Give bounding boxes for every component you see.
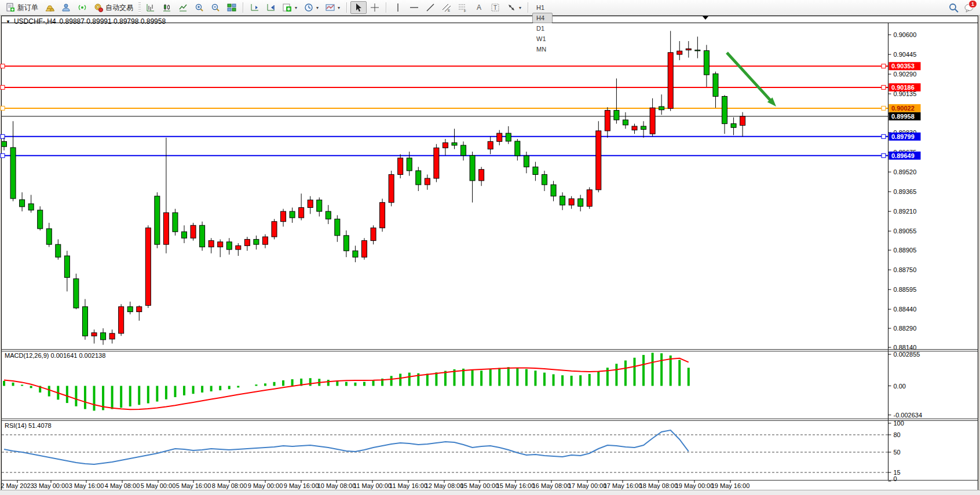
template-button[interactable]: ▾ <box>322 1 343 14</box>
svg-text:0.90186: 0.90186 <box>891 84 915 91</box>
chart-title[interactable]: ▼ USDCHF-,H4 0.89887 0.89991 0.89798 0.8… <box>6 17 166 25</box>
auto-trading-button[interactable]: 自动交易 <box>90 1 137 14</box>
candle-body <box>317 200 322 211</box>
horizontal-line-tool[interactable] <box>406 1 422 14</box>
add-indicator-icon <box>283 3 292 12</box>
price-tick-label: 0.89210 <box>894 208 917 215</box>
candle-body <box>677 51 682 54</box>
price-tick-label: 0.88440 <box>894 306 917 313</box>
time-tick-label: 9 May 00:00 <box>248 482 283 489</box>
timeframe-button-W1[interactable]: W1 <box>532 34 553 44</box>
time-tick-label: 19 May 16:00 <box>711 482 750 489</box>
svg-text:0.90022: 0.90022 <box>891 105 915 112</box>
auto-trading-icon <box>94 3 103 12</box>
candle-body <box>605 111 610 131</box>
zoom-out-button[interactable] <box>207 1 224 14</box>
line-handle <box>1 106 5 110</box>
add-indicator-button[interactable]: ▾ <box>279 1 301 14</box>
candle-body <box>137 307 142 312</box>
collapse-triangle-icon[interactable]: ▼ <box>6 19 10 24</box>
line-handle <box>1 153 5 157</box>
line-chart-button[interactable] <box>175 1 191 14</box>
candle-body <box>335 219 340 236</box>
candle-body <box>506 133 511 141</box>
channel-tool[interactable]: E <box>438 1 455 14</box>
price-tick-label: 0.88140 <box>894 344 917 351</box>
time-tick-label: 17 May 16:00 <box>604 482 642 489</box>
tile-windows-button[interactable] <box>224 1 240 14</box>
signals-button[interactable] <box>74 1 90 14</box>
vertical-line-tool[interactable] <box>390 1 406 14</box>
chevron-down-icon: ▾ <box>295 5 297 10</box>
candle-body <box>209 241 214 247</box>
search-icon[interactable] <box>949 3 958 12</box>
status-bar <box>0 490 980 495</box>
candle-body <box>281 211 286 222</box>
svg-text:E: E <box>448 9 450 12</box>
crosshair-tool-button[interactable] <box>367 1 383 14</box>
candle-body <box>740 116 745 126</box>
period-button[interactable]: ▾ <box>301 1 322 14</box>
auto-scroll-button[interactable] <box>247 1 263 14</box>
price-tick-label: 0.90600 <box>894 31 917 38</box>
macd-value: 0.001641 <box>50 352 77 359</box>
arrows-tool[interactable]: ▾ <box>503 1 525 14</box>
notifications-icon[interactable]: 1 <box>964 3 973 12</box>
terminal-window: 新订单 自动交易 <box>0 0 980 495</box>
zoom-in-icon <box>195 3 204 12</box>
market-depth-button[interactable] <box>42 1 58 14</box>
price-tick-label: 0.88750 <box>894 266 917 273</box>
text-tool[interactable]: A <box>471 1 487 14</box>
svg-text:0.90353: 0.90353 <box>891 63 915 69</box>
candle-body <box>10 148 16 199</box>
candle-body <box>362 241 367 258</box>
time-tick-label: 3 May 16:00 <box>69 482 104 489</box>
timeframe-button-MN[interactable]: MN <box>532 44 553 54</box>
svg-text:A: A <box>477 3 481 12</box>
price-tick-label: 0.89365 <box>894 188 917 195</box>
text-label-tool[interactable]: T <box>487 1 503 14</box>
candlestick-chart-button[interactable] <box>159 1 175 14</box>
candle-body <box>46 229 52 244</box>
candle-body <box>641 126 646 129</box>
candle-body <box>326 211 331 219</box>
candle-body <box>587 190 592 207</box>
candle-body <box>695 50 700 51</box>
svg-text:0.89649: 0.89649 <box>891 152 915 159</box>
candle-body <box>92 333 97 336</box>
rsi-label: RSI(14) 51.4078 <box>5 422 52 429</box>
trendline-tool[interactable] <box>422 1 438 14</box>
candle-body <box>578 199 583 206</box>
chevron-down-icon: ▾ <box>316 5 319 10</box>
fibonacci-tool[interactable]: F <box>455 1 471 14</box>
line-handle <box>1 64 5 68</box>
timeframe-button-D1[interactable]: D1 <box>532 23 553 34</box>
price-chart[interactable]: 0.906000.904450.902900.901350.899800.898… <box>0 0 980 495</box>
community-button[interactable] <box>58 1 74 14</box>
new-order-button[interactable]: 新订单 <box>2 1 42 14</box>
text-icon: A <box>474 3 484 12</box>
timeframe-button-H1[interactable]: H1 <box>532 2 553 13</box>
chart-shift-button[interactable] <box>263 1 279 14</box>
candle-body <box>74 278 79 307</box>
chevron-down-icon: ▾ <box>338 5 340 10</box>
candle-body <box>461 145 466 156</box>
cursor-tool-button[interactable] <box>350 1 367 14</box>
gold-icon <box>45 3 54 12</box>
zoom-out-icon <box>211 3 220 12</box>
macd-tick-label: -0.002634 <box>894 412 923 419</box>
zoom-in-button[interactable] <box>191 1 207 14</box>
rsi-value: 51.4078 <box>28 422 52 429</box>
candle-body <box>551 185 556 196</box>
candle-body <box>182 232 187 238</box>
candle-body <box>650 108 655 134</box>
auto-trading-label: 自动交易 <box>105 3 133 13</box>
macd-tick-label: 0.002855 <box>894 351 920 358</box>
arrows-icon <box>507 3 516 12</box>
time-tick-label: 10 May 08:00 <box>317 482 356 489</box>
timeframe-button-H4[interactable]: H4 <box>532 13 553 23</box>
bar-chart-button[interactable] <box>142 1 159 14</box>
time-tick-label: 11 May 16:00 <box>389 482 427 489</box>
candle-body <box>668 53 673 109</box>
candle-body <box>56 244 61 257</box>
